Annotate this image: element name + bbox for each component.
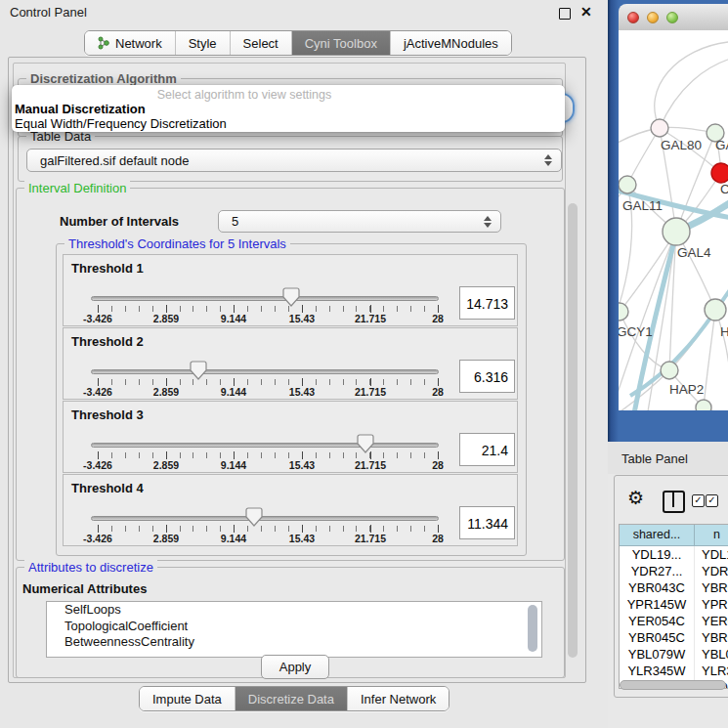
label-gal4: GAL4	[677, 245, 711, 260]
close-icon[interactable]: ✕	[580, 4, 592, 20]
table-row[interactable]: YDL19...YDL1	[620, 546, 728, 563]
threshold-2-slider-thumb[interactable]	[190, 361, 207, 380]
network-window-titlebar	[619, 4, 728, 31]
network-canvas[interactable]: GAL80 GA C GAL11 GAL4 GCY1 H HAP2	[619, 30, 728, 410]
cell[interactable]: YBR0	[695, 629, 728, 646]
close-traffic-light[interactable]	[627, 12, 639, 23]
cell[interactable]: YPR145W	[620, 596, 695, 613]
node-bottom[interactable]	[696, 400, 711, 410]
list-item-topologicalcoefficient[interactable]: TopologicalCoefficient	[47, 619, 541, 635]
cell[interactable]: YLR3	[695, 663, 728, 679]
tab-cyni-toolbox[interactable]: Cyni Toolbox	[291, 31, 390, 55]
popup-option-manual-discretization[interactable]: Manual Discretization	[15, 102, 146, 116]
checkbox-icon-2[interactable]: ✓	[706, 494, 718, 507]
cell[interactable]: YDR27...	[620, 563, 695, 579]
column-header-shared-name[interactable]: shared...	[620, 525, 695, 545]
table-row[interactable]: YBR045CYBR0	[620, 629, 728, 646]
table-row[interactable]: YBR043CYBR0	[620, 579, 728, 596]
numerical-attributes-list: SelfLoops TopologicalCoefficient Between…	[46, 601, 542, 658]
threshold-3-label: Threshold 3	[71, 407, 144, 422]
tab-network[interactable]: Network	[85, 31, 175, 55]
tab-discretize-data[interactable]: Discretize Data	[235, 687, 347, 710]
node-h[interactable]	[705, 299, 726, 321]
cell[interactable]: YBR0	[695, 579, 728, 596]
slider-track[interactable]	[91, 296, 439, 301]
thresholds-group: Threshold's Coordinates for 5 Intervals …	[56, 243, 527, 556]
table-data-combo[interactable]: galFiltered.sif default node	[26, 149, 562, 172]
node-gal11[interactable]	[619, 176, 636, 193]
checkbox-icon-1[interactable]: ✓	[692, 494, 705, 507]
threshold-2-value-field[interactable]: 6.316	[459, 360, 515, 393]
table-horizontal-scrollbar[interactable]	[620, 680, 726, 690]
tab-cyni-toolbox-label: Cyni Toolbox	[305, 36, 377, 51]
cell[interactable]: YDR2	[695, 563, 728, 579]
label-hap2: HAP2	[669, 382, 704, 397]
slider-track[interactable]	[91, 443, 439, 448]
slider-ticks	[91, 452, 439, 458]
table-row[interactable]: YLR345WYLR3	[620, 663, 728, 679]
float-window-icon[interactable]	[559, 8, 571, 20]
slider-track[interactable]	[91, 516, 439, 521]
tab-jactivemnodules[interactable]: jActiveMNodules	[390, 31, 511, 55]
cell[interactable]: YBR045C	[620, 629, 695, 646]
node-gal4[interactable]	[663, 218, 690, 245]
cell[interactable]: YBL079W	[620, 646, 695, 663]
tab-select[interactable]: Select	[230, 31, 291, 55]
popup-option-equal-width[interactable]: Equal Width/Frequency Discretization	[15, 116, 227, 131]
threshold-4-slider-thumb[interactable]	[245, 507, 263, 527]
split-view-icon[interactable]	[663, 491, 685, 513]
network-nodes	[619, 119, 728, 410]
table-row[interactable]: YER054CYER0	[620, 613, 728, 629]
cell[interactable]: YDL19...	[620, 546, 695, 563]
tab-style-label: Style	[189, 36, 217, 51]
threshold-4-value-field[interactable]: 11.344	[459, 506, 515, 539]
number-of-intervals-combo[interactable]: 5	[218, 210, 501, 233]
list-item-betweennesscentrality[interactable]: BetweennessCentrality	[47, 634, 541, 651]
threshold-1-slider-thumb[interactable]	[282, 287, 300, 307]
column-header-name[interactable]: n	[695, 525, 728, 545]
table-data-group: Table Data galFiltered.sif default node	[18, 136, 563, 182]
label-ga-clipped: GA	[715, 138, 728, 152]
slider-track[interactable]	[91, 369, 439, 374]
slider-ticks	[91, 306, 439, 312]
cell[interactable]: YBR043C	[620, 579, 695, 596]
slider-scale-labels: -3.4262.8599.14415.4321.71528	[91, 459, 439, 471]
threshold-3-value-field[interactable]: 21.4	[459, 433, 515, 466]
cell[interactable]: YER054C	[620, 613, 695, 629]
minimize-traffic-light[interactable]	[647, 12, 659, 23]
number-of-intervals-label: Number of Intervals	[60, 214, 179, 229]
label-gal80: GAL80	[661, 138, 702, 152]
bottom-tab-bar: Impute Data Discretize Data Infer Networ…	[139, 686, 450, 711]
tab-impute-data[interactable]: Impute Data	[140, 687, 235, 710]
panel-vertical-scrollbar[interactable]	[568, 203, 578, 658]
top-tab-bar: Network Style Select Cyni Toolbox jActiv…	[84, 30, 512, 56]
threshold-1-value-field[interactable]: 14.713	[459, 286, 515, 320]
list-item-selfloops[interactable]: SelfLoops	[47, 602, 541, 619]
table-row[interactable]: YBL079WYBL0	[620, 646, 728, 663]
tab-style[interactable]: Style	[175, 31, 230, 55]
cell[interactable]: YBL0	[695, 646, 728, 663]
tab-network-label: Network	[115, 36, 162, 51]
gear-icon[interactable]: ⚙	[627, 489, 644, 507]
table-data-combo-value: galFiltered.sif default node	[40, 153, 189, 168]
table-row[interactable]: YPR145WYPR1	[620, 596, 728, 613]
tab-discretize-data-label: Discretize Data	[248, 692, 334, 707]
apply-button[interactable]: Apply	[261, 655, 329, 679]
label-c-clipped: C	[720, 182, 728, 196]
discretization-algorithm-title: Discretization Algorithm	[26, 71, 181, 86]
cell[interactable]: YLR345W	[620, 663, 695, 679]
list-vertical-scrollbar[interactable]	[528, 605, 537, 652]
cell[interactable]: YPR1	[695, 596, 728, 613]
cell[interactable]: YER0	[695, 613, 728, 629]
node-red-selected[interactable]	[711, 163, 728, 183]
node-gcy1[interactable]	[619, 303, 628, 321]
node-gal80[interactable]	[651, 119, 668, 137]
cell[interactable]: YDL1	[695, 546, 728, 563]
threshold-3-slider-thumb[interactable]	[357, 434, 374, 453]
zoom-traffic-light[interactable]	[666, 12, 678, 23]
tab-infer-network[interactable]: Infer Network	[347, 687, 449, 710]
node-hap2[interactable]	[661, 362, 678, 379]
table-row[interactable]: YDR27...YDR2	[620, 563, 728, 579]
combo-arrows-icon	[544, 154, 552, 166]
spinner-arrows-icon	[484, 216, 492, 228]
